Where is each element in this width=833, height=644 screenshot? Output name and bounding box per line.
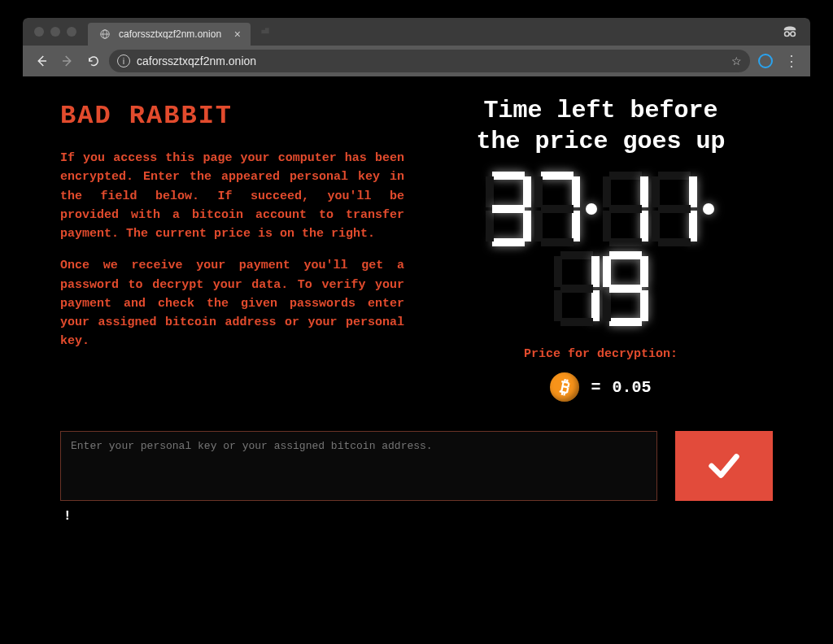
personal-key-input[interactable] bbox=[60, 431, 657, 501]
submit-button[interactable] bbox=[675, 431, 773, 501]
browser-window: caforssztxqzf2nm.onion × i caforssztxqzf… bbox=[23, 18, 810, 626]
timer-digit bbox=[652, 172, 697, 246]
colon-icon bbox=[700, 172, 717, 246]
countdown-heading-line2: the price goes up bbox=[429, 127, 773, 158]
close-tab-icon[interactable]: × bbox=[234, 28, 241, 40]
timer-digit bbox=[554, 251, 600, 326]
reload-button[interactable] bbox=[83, 50, 104, 72]
arrow-left-icon bbox=[34, 54, 49, 68]
right-column: Time left before the price goes up bbox=[429, 101, 773, 402]
notice-text: ! bbox=[63, 509, 773, 524]
instructions-paragraph-2: Once we receive your payment you'll get … bbox=[60, 256, 404, 350]
countdown-heading-line1: Time left before bbox=[429, 96, 773, 127]
arrow-right-icon bbox=[60, 54, 75, 68]
address-bar[interactable]: i caforssztxqzf2nm.onion ☆ bbox=[109, 50, 750, 72]
window-controls bbox=[23, 27, 88, 37]
equals-sign: = bbox=[591, 378, 600, 397]
colon-icon bbox=[583, 172, 600, 246]
countdown-heading: Time left before the price goes up bbox=[429, 96, 773, 157]
minimize-window-icon[interactable] bbox=[50, 27, 60, 37]
url-text: caforssztxqzf2nm.onion bbox=[137, 55, 725, 67]
new-tab-icon bbox=[259, 26, 271, 37]
price-value: 0.05 bbox=[613, 378, 652, 397]
bookmark-icon[interactable]: ☆ bbox=[731, 55, 742, 67]
maximize-window-icon[interactable] bbox=[67, 27, 76, 37]
back-button[interactable] bbox=[31, 50, 52, 72]
key-form bbox=[60, 431, 773, 501]
menu-button[interactable]: ⋮ bbox=[781, 54, 802, 68]
countdown-timer bbox=[429, 172, 773, 326]
left-column: BAD RABBIT If you access this page your … bbox=[60, 101, 404, 402]
page-content: BAD RABBIT If you access this page your … bbox=[23, 76, 810, 626]
svg-point-4 bbox=[791, 32, 796, 37]
close-window-icon[interactable] bbox=[34, 27, 44, 37]
globe-icon bbox=[99, 28, 111, 40]
extension-button[interactable] bbox=[755, 50, 776, 72]
incognito-icon bbox=[781, 23, 799, 41]
site-info-icon[interactable]: i bbox=[117, 54, 130, 67]
browser-toolbar: i caforssztxqzf2nm.onion ☆ ⋮ bbox=[23, 46, 810, 76]
new-tab-button[interactable] bbox=[255, 22, 275, 41]
kebab-icon: ⋮ bbox=[784, 53, 799, 69]
check-icon bbox=[705, 447, 743, 485]
instructions-paragraph-1: If you access this page your computer ha… bbox=[60, 149, 404, 243]
timer-digit bbox=[534, 172, 580, 246]
forward-button[interactable] bbox=[57, 50, 78, 72]
price-label: Price for decryption: bbox=[429, 347, 773, 361]
tab-strip: caforssztxqzf2nm.onion × bbox=[23, 18, 810, 46]
extension-icon bbox=[758, 54, 773, 68]
svg-point-3 bbox=[785, 32, 790, 37]
bitcoin-icon: ₿ bbox=[550, 372, 579, 402]
timer-digit bbox=[486, 172, 531, 246]
timer-digit bbox=[603, 172, 648, 246]
timer-digit bbox=[603, 251, 648, 326]
page-title: BAD RABBIT bbox=[60, 101, 404, 131]
browser-tab[interactable]: caforssztxqzf2nm.onion × bbox=[88, 23, 251, 46]
price-row: ₿ = 0.05 bbox=[429, 372, 773, 402]
reload-icon bbox=[86, 54, 101, 68]
tab-title: caforssztxqzf2nm.onion bbox=[119, 29, 226, 39]
